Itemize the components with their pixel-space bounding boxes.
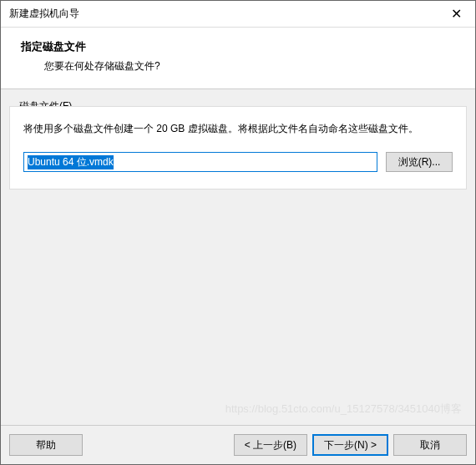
window-title: 新建虚拟机向导	[9, 7, 79, 21]
cancel-button[interactable]: 取消	[393, 434, 467, 456]
page-title: 指定磁盘文件	[21, 39, 455, 54]
disk-file-group: 磁盘文件(F) 将使用多个磁盘文件创建一个 20 GB 虚拟磁盘。将根据此文件名…	[9, 106, 467, 190]
help-button[interactable]: 帮助	[9, 434, 83, 456]
next-button[interactable]: 下一步(N) >	[312, 434, 388, 456]
wizard-header: 指定磁盘文件 您要在何处存储磁盘文件?	[1, 28, 475, 89]
groupbox-body: 将使用多个磁盘文件创建一个 20 GB 虚拟磁盘。将根据此文件名自动命名这些磁盘…	[9, 106, 467, 190]
disk-filename-input[interactable]: Ubuntu 64 位.vmdk	[23, 152, 377, 172]
back-button[interactable]: < 上一步(B)	[234, 434, 307, 456]
page-subtitle: 您要在何处存储磁盘文件?	[21, 59, 455, 73]
browse-button[interactable]: 浏览(R)...	[386, 152, 453, 172]
close-button[interactable]: ✕	[437, 1, 475, 28]
content-area: 磁盘文件(F) 将使用多个磁盘文件创建一个 20 GB 虚拟磁盘。将根据此文件名…	[1, 89, 475, 425]
group-description: 将使用多个磁盘文件创建一个 20 GB 虚拟磁盘。将根据此文件名自动命名这些磁盘…	[23, 120, 453, 137]
titlebar: 新建虚拟机向导 ✕	[1, 1, 475, 28]
file-row: Ubuntu 64 位.vmdk 浏览(R)...	[23, 152, 453, 172]
close-icon: ✕	[451, 6, 462, 22]
wizard-footer: 帮助 < 上一步(B) 下一步(N) > 取消	[1, 425, 475, 464]
input-selected-text: Ubuntu 64 位.vmdk	[28, 155, 114, 169]
watermark: https://blog.51cto.com/u_15127578/345104…	[225, 402, 462, 417]
